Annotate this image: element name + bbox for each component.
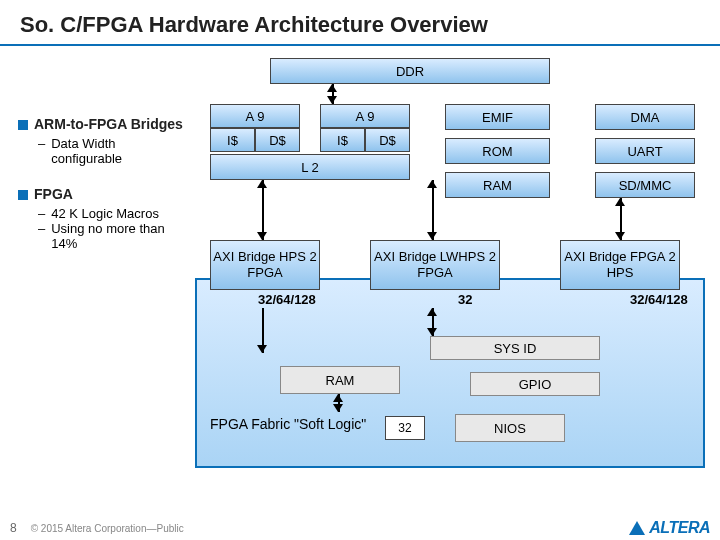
fabric-text: FPGA Fabric "Soft Logic": [210, 416, 366, 432]
arrow-down-icon: [427, 232, 437, 240]
label-fabric: FPGA Fabric "Soft Logic": [210, 416, 366, 433]
bullet-icon: [18, 190, 28, 200]
sub-bullet: –42 K Logic Macros –Using no more than 1…: [38, 206, 183, 251]
block-l2: L 2: [210, 154, 410, 180]
block-gpio: GPIO: [470, 372, 600, 396]
arrow-down-icon: [427, 328, 437, 336]
arrow-up-icon: [327, 84, 337, 92]
arrow-down-icon: [257, 345, 267, 353]
arrow-down-icon: [615, 232, 625, 240]
block-a9-1: A 9: [210, 104, 300, 128]
bullet-label: ARM-to-FPGA Bridges: [34, 116, 183, 132]
arrow-up-icon: [427, 308, 437, 316]
block-emif: EMIF: [445, 104, 550, 130]
block-ram-hps: RAM: [445, 172, 550, 198]
sub-label: Using no more than 14%: [51, 221, 183, 251]
bullet-label: FPGA: [34, 186, 73, 202]
block-uart: UART: [595, 138, 695, 164]
block-rom: ROM: [445, 138, 550, 164]
arrow-up-icon: [257, 180, 267, 188]
bullet-list: ARM-to-FPGA Bridges –Data Width configur…: [18, 116, 183, 251]
brand-text: ALTERA: [649, 519, 710, 537]
arrow-up-icon: [615, 198, 625, 206]
brand-logo: ALTERA: [629, 519, 710, 537]
block-sysid: SYS ID: [430, 336, 600, 360]
arrow-down-icon: [257, 232, 267, 240]
block-sdmmc: SD/MMC: [595, 172, 695, 198]
label-bw1: 32/64/128: [258, 292, 316, 307]
bullet-fpga: FPGA: [18, 186, 183, 202]
block-icache-2: I$: [320, 128, 365, 152]
slide-title: So. C/FPGA Hardware Architecture Overvie…: [0, 0, 720, 44]
block-ddr: DDR: [270, 58, 550, 84]
label-bw3: 32/64/128: [630, 292, 688, 307]
block-axi-lwhps2fpga: AXI Bridge LWHPS 2 FPGA: [370, 240, 500, 290]
block-icache-1: I$: [210, 128, 255, 152]
block-nios: NIOS: [455, 414, 565, 442]
logo-triangle-icon: [629, 521, 645, 535]
sub-bullet: –Data Width configurable: [38, 136, 183, 166]
block-ram-fpga: RAM: [280, 366, 400, 394]
connector: [432, 180, 434, 240]
connector: [262, 180, 264, 240]
block-dcache-2: D$: [365, 128, 410, 152]
bullet-bridges: ARM-to-FPGA Bridges: [18, 116, 183, 132]
block-dma: DMA: [595, 104, 695, 130]
sub-label: Data Width configurable: [51, 136, 183, 166]
arrow-down-icon: [327, 96, 337, 104]
page-number: 8: [10, 521, 17, 535]
sub-label: 42 K Logic Macros: [51, 206, 159, 221]
block-a9-2: A 9: [320, 104, 410, 128]
block-width32: 32: [385, 416, 425, 440]
copyright: © 2015 Altera Corporation—Public: [31, 523, 184, 534]
label-bw2: 32: [458, 292, 472, 307]
block-axi-fpga2hps: AXI Bridge FPGA 2 HPS: [560, 240, 680, 290]
diagram-area: ARM-to-FPGA Bridges –Data Width configur…: [0, 46, 720, 506]
arrow-up-icon: [427, 180, 437, 188]
slide-footer: 8 © 2015 Altera Corporation—Public ALTER…: [0, 516, 720, 540]
block-axi-hps2fpga: AXI Bridge HPS 2 FPGA: [210, 240, 320, 290]
block-dcache-1: D$: [255, 128, 300, 152]
arrow-down-icon: [333, 404, 343, 412]
bullet-icon: [18, 120, 28, 130]
arrow-up-icon: [333, 394, 343, 402]
